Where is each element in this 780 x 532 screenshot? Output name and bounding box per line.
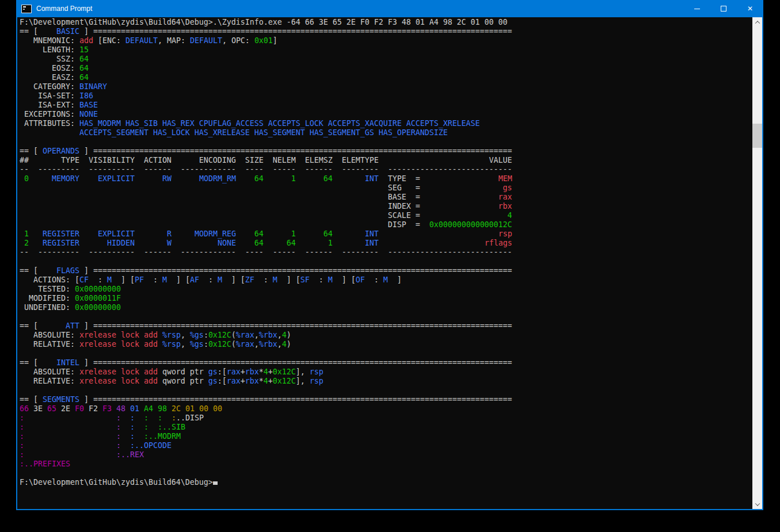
console-line: SEG = gs xyxy=(20,183,752,193)
console-line: SSZ: 64 xyxy=(20,55,752,64)
console-line: ABSOLUTE: xrelease lock add %rsp, %gs:0x… xyxy=(20,331,752,340)
text-cursor xyxy=(213,481,218,485)
console-line: : : : : :..SIB xyxy=(20,423,752,432)
console-line: 1 REGISTER EXPLICIT R MODRM_REG 64 1 64 … xyxy=(20,229,752,239)
console-line: DISP = 0x000000000000012C xyxy=(20,220,752,229)
console-line: ATTRIBUTES: HAS_MODRM HAS_SIB HAS_REX CP… xyxy=(20,119,752,128)
console-line: : :..REX xyxy=(20,450,752,460)
chevron-down-icon xyxy=(755,501,759,506)
console-line: TESTED: 0x00000000 xyxy=(20,285,752,294)
console-line: -- --------- ---------- ------ ---------… xyxy=(20,165,752,174)
console-line: INDEX = rbx xyxy=(20,202,752,211)
console-line: ISA-SET: I86 xyxy=(20,91,752,101)
console-line: SCALE = 4 xyxy=(20,211,752,220)
vertical-scrollbar[interactable] xyxy=(752,17,762,509)
minimize-button[interactable] xyxy=(684,0,710,17)
console-line: :..PREFIXES xyxy=(20,460,752,469)
console-line: MNEMONIC: add [ENC: DEFAULT, MAP: DEFAUL… xyxy=(20,36,752,45)
console-line: == [ OPERANDS ] ========================… xyxy=(20,147,752,156)
console-line: F:\Development\GitHub\zydis\Build64\Debu… xyxy=(20,478,752,487)
console-line: 0 MEMORY EXPLICIT RW MODRM_RM 64 1 64 IN… xyxy=(20,174,752,183)
console-line: RELATIVE: xrelease lock add %rsp, %gs:0x… xyxy=(20,340,752,349)
console-line: MODIFIED: 0x0000011F xyxy=(20,294,752,303)
minimize-icon xyxy=(694,9,700,9)
scroll-up-button[interactable] xyxy=(752,17,762,27)
console-line: ## TYPE VISIBILITY ACTION ENCODING SIZE … xyxy=(20,156,752,165)
console-line xyxy=(20,312,752,322)
chevron-up-icon xyxy=(755,21,759,25)
console-line: -- --------- ---------- ------ ---------… xyxy=(20,248,752,257)
window-controls: ✕ xyxy=(684,0,763,17)
console-line: ABSOLUTE: xrelease lock add qword ptr gs… xyxy=(20,368,752,377)
console-line: UNDEFINED: 0x00000000 xyxy=(20,303,752,312)
console-line: ISA-EXT: BASE xyxy=(20,101,752,110)
console-line: F:\Development\GitHub\zydis\Build64\Debu… xyxy=(20,18,752,27)
console-line: ACCEPTS_SEGMENT HAS_LOCK HAS_XRELEASE HA… xyxy=(20,128,752,137)
console-line xyxy=(20,137,752,147)
console-line: ACTIONS: [CF : M ] [PF : M ] [AF : M ] [… xyxy=(20,275,752,285)
console-line xyxy=(20,469,752,478)
console-line: 2 REGISTER HIDDEN W NONE 64 64 1 INT rfl… xyxy=(20,239,752,248)
command-prompt-window: Command Prompt ✕ F:\Development\GitHub\z… xyxy=(16,17,763,510)
maximize-button[interactable] xyxy=(710,0,737,17)
scrollbar-thumb[interactable] xyxy=(752,124,762,148)
console-line xyxy=(20,386,752,395)
console-line: == [ SEGMENTS ] ========================… xyxy=(20,395,752,404)
console-line: EXCEPTIONS: NONE xyxy=(20,110,752,119)
console-line: == [ FLAGS ] ===========================… xyxy=(20,266,752,275)
title-bar[interactable]: Command Prompt ✕ xyxy=(16,0,763,17)
console-line: : : : :..MODRM xyxy=(20,432,752,441)
console-line xyxy=(20,349,752,358)
console-line: LENGTH: 15 xyxy=(20,45,752,55)
console-line: CATEGORY: BINARY xyxy=(20,82,752,91)
close-button[interactable]: ✕ xyxy=(737,0,763,17)
console-line xyxy=(20,257,752,266)
maximize-icon xyxy=(721,6,726,12)
close-icon: ✕ xyxy=(747,5,753,12)
console-line: == [ INTEL ] ===========================… xyxy=(20,358,752,368)
console-line: EOSZ: 64 xyxy=(20,64,752,73)
console-line: == [ BASIC ] ===========================… xyxy=(20,27,752,36)
console-output[interactable]: F:\Development\GitHub\zydis\Build64\Debu… xyxy=(17,17,752,509)
cmd-icon xyxy=(21,5,32,13)
scroll-down-button[interactable] xyxy=(752,499,762,509)
console-line: BASE = rax xyxy=(20,193,752,202)
console-line: == [ ATT ] =============================… xyxy=(20,322,752,331)
console-line: EASZ: 64 xyxy=(20,73,752,82)
console-line: : : :..OPCODE xyxy=(20,441,752,450)
console-line: 66 3E 65 2E F0 F2 F3 48 01 A4 98 2C 01 0… xyxy=(20,404,752,414)
console-line: : : : : : :..DISP xyxy=(20,414,752,423)
console-line: RELATIVE: xrelease lock add qword ptr gs… xyxy=(20,377,752,386)
window-title: Command Prompt xyxy=(36,5,92,13)
